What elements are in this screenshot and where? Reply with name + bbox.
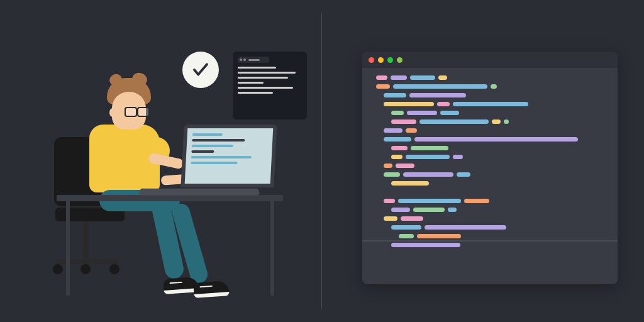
- glasses-icon: [125, 107, 150, 114]
- code-line: [376, 146, 618, 150]
- code-line: [376, 225, 618, 230]
- code-line: [376, 155, 618, 159]
- traffic-light-icon: [369, 57, 374, 63]
- code-line: [376, 93, 618, 97]
- card-tab: [238, 57, 269, 63]
- chair-wheel: [109, 264, 119, 274]
- code-editor-window: [362, 52, 618, 284]
- chair-base: [55, 259, 118, 264]
- code-line: [376, 199, 618, 203]
- code-line: [376, 119, 618, 124]
- code-line: [376, 111, 618, 115]
- illustration-panel: [0, 0, 322, 322]
- desk-top: [57, 195, 283, 201]
- chair-wheel: [80, 264, 91, 274]
- code-line: [376, 181, 618, 186]
- chair-wheel: [53, 264, 63, 274]
- code-line: [376, 164, 618, 168]
- code-line: [376, 172, 618, 177]
- clock-badge: [182, 52, 219, 88]
- card-lines: [238, 67, 302, 94]
- laptop-screen: [180, 125, 277, 187]
- traffic-light-icon: [397, 57, 402, 63]
- code-line: [376, 84, 618, 89]
- code-panel: [322, 0, 644, 322]
- laptop-base: [138, 189, 260, 196]
- person-ear: [109, 108, 116, 117]
- code-line: [376, 128, 618, 133]
- code-line: [376, 216, 618, 221]
- desk-leg: [270, 201, 274, 296]
- code-line: [376, 234, 618, 238]
- shoe: [193, 280, 230, 298]
- checkmark-icon: [191, 60, 210, 79]
- code-line: [376, 137, 618, 142]
- traffic-light-icon: [378, 57, 384, 63]
- code-line: [376, 190, 618, 194]
- desk-leg: [66, 201, 70, 296]
- code-line: [376, 102, 618, 106]
- note-card: [233, 52, 307, 119]
- traffic-light-icon: [387, 57, 393, 63]
- code-line: [376, 243, 618, 247]
- chair-pole: [83, 221, 89, 263]
- code-line: [376, 75, 618, 80]
- code-area: [362, 68, 618, 247]
- code-line: [376, 208, 618, 212]
- titlebar: [362, 52, 618, 68]
